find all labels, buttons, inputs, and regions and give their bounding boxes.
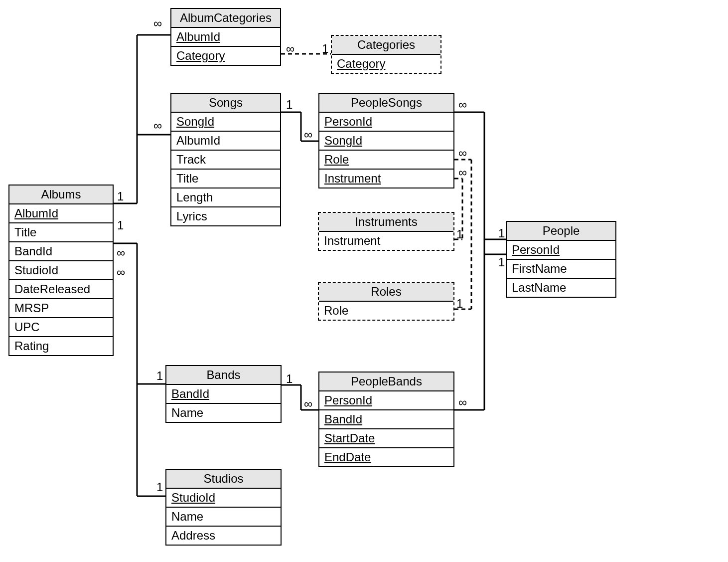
field-songid: SongId <box>171 113 280 132</box>
table-peoplebands: PeopleBands PersonId BandId StartDate En… <box>318 372 454 467</box>
field-personid: PersonId <box>319 391 453 410</box>
card-many: ∞ <box>458 167 467 179</box>
card-many: ∞ <box>304 398 312 410</box>
table-categories: Categories Category <box>331 35 441 74</box>
field-instrument: Instrument <box>319 232 453 250</box>
field-upc: UPC <box>9 318 113 337</box>
field-enddate: EndDate <box>319 448 453 466</box>
field-role: Role <box>319 151 453 170</box>
card-one: 1 <box>117 219 124 231</box>
table-instruments: Instruments Instrument <box>318 212 454 251</box>
card-many: ∞ <box>458 99 467 111</box>
card-many: ∞ <box>153 120 162 132</box>
field-firstname: FirstName <box>507 260 615 279</box>
field-address: Address <box>166 527 281 545</box>
field-startdate: StartDate <box>319 429 453 448</box>
field-studioid: StudioId <box>9 261 113 280</box>
card-one: 1 <box>322 43 328 55</box>
card-many: ∞ <box>117 247 125 259</box>
card-many: ∞ <box>286 43 294 55</box>
table-title: PeopleSongs <box>319 94 453 113</box>
field-bandid: BandId <box>9 242 113 261</box>
table-albums: Albums AlbumId Title BandId StudioId Dat… <box>8 185 114 356</box>
table-bands: Bands BandId Name <box>165 365 282 423</box>
card-one: 1 <box>286 99 292 111</box>
field-name: Name <box>166 508 281 527</box>
field-track: Track <box>171 151 280 170</box>
table-albumcategories: AlbumCategories AlbumId Category <box>170 8 281 66</box>
card-one: 1 <box>498 256 505 268</box>
field-bandid: BandId <box>319 410 453 429</box>
field-category: Category <box>171 47 280 65</box>
field-datereleased: DateReleased <box>9 280 113 299</box>
table-songs: Songs SongId AlbumId Track Title Length … <box>170 93 281 226</box>
card-one: 1 <box>286 373 292 385</box>
table-title: Instruments <box>319 213 453 232</box>
field-studioid: StudioId <box>166 489 281 508</box>
table-title: Bands <box>166 366 281 385</box>
field-bandid: BandId <box>166 385 281 404</box>
field-category: Category <box>332 55 440 73</box>
field-title: Title <box>171 170 280 188</box>
table-peoplesongs: PeopleSongs PersonId SongId Role Instrum… <box>318 93 454 188</box>
card-many: ∞ <box>153 17 162 29</box>
card-one: 1 <box>456 298 463 310</box>
table-title: PeopleBands <box>319 373 453 391</box>
field-role: Role <box>319 302 453 320</box>
field-lyrics: Lyrics <box>171 207 280 225</box>
table-title: AlbumCategories <box>171 9 280 28</box>
field-title: Title <box>9 223 113 242</box>
field-albumid: AlbumId <box>171 132 280 151</box>
field-name: Name <box>166 404 281 422</box>
field-albumid: AlbumId <box>9 204 113 223</box>
field-rating: Rating <box>9 337 113 355</box>
card-many: ∞ <box>458 147 467 159</box>
table-title: Roles <box>319 283 453 302</box>
field-lastname: LastName <box>507 279 615 297</box>
table-title: Categories <box>332 36 440 55</box>
card-many: ∞ <box>458 396 467 408</box>
card-one: 1 <box>456 228 463 240</box>
card-one: 1 <box>156 370 163 382</box>
table-roles: Roles Role <box>318 282 454 321</box>
card-one: 1 <box>117 190 124 202</box>
field-length: Length <box>171 188 280 207</box>
card-one: 1 <box>498 227 505 239</box>
table-title: Studios <box>166 470 281 489</box>
table-people: People PersonId FirstName LastName <box>506 221 616 298</box>
card-one: 1 <box>156 481 163 493</box>
field-instrument: Instrument <box>319 170 453 187</box>
field-albumid: AlbumId <box>171 28 280 47</box>
table-title: Songs <box>171 94 280 113</box>
er-diagram: Albums AlbumId Title BandId StudioId Dat… <box>0 0 728 562</box>
field-personid: PersonId <box>507 241 615 260</box>
table-title: Albums <box>9 186 113 204</box>
field-mrsp: MRSP <box>9 299 113 318</box>
field-songid: SongId <box>319 132 453 151</box>
card-many: ∞ <box>117 266 125 278</box>
table-title: People <box>507 222 615 241</box>
card-many: ∞ <box>304 129 312 141</box>
field-personid: PersonId <box>319 113 453 132</box>
table-studios: Studios StudioId Name Address <box>165 469 282 546</box>
